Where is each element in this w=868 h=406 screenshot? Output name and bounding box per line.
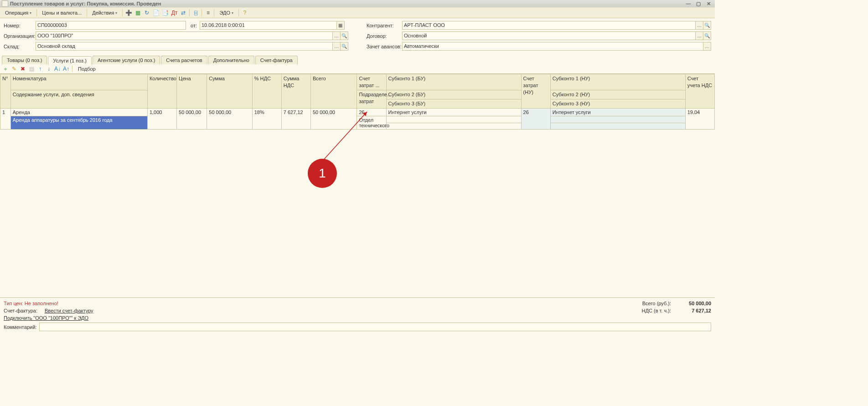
org-input[interactable]: ООО "100ПРО" <box>36 31 333 40</box>
tree-icon[interactable]: ⌸ <box>191 9 200 17</box>
hdr-sub3bu[interactable]: Субконто 3 (БУ) <box>386 99 521 109</box>
cell-sub2bu[interactable] <box>386 116 521 123</box>
tab-extra[interactable]: Дополнительно <box>208 56 254 64</box>
hdr-vatacc[interactable]: Счет учета НДС <box>685 74 714 109</box>
hdr-sub3nu[interactable]: Субконто 3 (НУ) <box>550 99 685 109</box>
hdr-sum[interactable]: Сумма <box>207 74 252 109</box>
cell-sub3bu[interactable] <box>386 123 521 130</box>
tab-settle[interactable]: Счета расчетов <box>161 56 207 64</box>
list-icon[interactable]: ≡ <box>204 9 212 17</box>
store-label: Склад: <box>4 44 36 49</box>
tab-invoice[interactable]: Счет-фактура <box>255 56 298 64</box>
hdr-n[interactable]: N° <box>0 74 11 109</box>
edit-row-icon[interactable]: ✎ <box>10 65 18 73</box>
hdr-sub2nu[interactable]: Субконто 2 (НУ) <box>550 90 685 99</box>
refresh-icon[interactable]: ↻ <box>143 9 151 17</box>
store-select-icon[interactable]: … <box>333 42 341 51</box>
contract-input[interactable]: Основной <box>402 31 696 40</box>
cell-total[interactable]: 50 000,00 <box>310 109 356 130</box>
sheet-icon[interactable]: ▦ <box>134 9 142 17</box>
cell-price[interactable]: 50 000,00 <box>177 109 207 130</box>
hdr-accbu-sub[interactable]: Подразделе... затрат <box>357 90 386 109</box>
contr-select-icon[interactable]: … <box>696 21 703 30</box>
hdr-price[interactable]: Цена <box>177 74 207 109</box>
hdr-sub1nu[interactable]: Субконто 1 (НУ) <box>550 74 685 90</box>
price-type-warning: Тип цен: Не заполнено! <box>4 301 58 306</box>
sort-asc-icon[interactable]: A↓ <box>54 65 61 73</box>
hdr-nomsub[interactable]: Содержание услуги, доп. сведения <box>10 90 147 109</box>
cell-n[interactable]: 1 <box>0 109 11 130</box>
comment-label: Комментарий: <box>4 324 39 330</box>
table-row[interactable]: 1 Аренда 1,000 50 000,00 50 000,00 18% 7… <box>0 109 715 116</box>
hdr-sub2bu[interactable]: Субконто 2 (БУ) <box>386 90 521 99</box>
hdr-sub1bu[interactable]: Субконто 1 (БУ) <box>386 74 521 90</box>
cell-sub1nu[interactable]: Интернет услуги <box>550 109 685 116</box>
prices-button[interactable]: Цены и валюта... <box>39 9 85 16</box>
contract-open-icon[interactable]: 🔍 <box>703 31 711 40</box>
help-icon[interactable]: ? <box>241 9 249 17</box>
store-open-icon[interactable]: 🔍 <box>341 42 348 51</box>
cell-nom[interactable]: Аренда <box>10 109 147 116</box>
delete-row-icon[interactable]: ✖ <box>19 65 26 73</box>
cell-vatsum[interactable]: 7 627,12 <box>281 109 310 130</box>
contr-input[interactable]: АРТ-ПЛАСТ ООО <box>402 21 696 30</box>
hdr-total[interactable]: Всего <box>310 74 356 109</box>
cell-accbu[interactable]: 26 <box>357 109 386 116</box>
copy-row-icon[interactable]: ▤ <box>28 65 35 73</box>
cell-sub2nu[interactable] <box>550 116 685 123</box>
cell-nomsub[interactable]: Аренда аппаратуры за сентябрь 2016 года <box>10 116 147 130</box>
date-input[interactable]: 10.06.2018 0:00:01 <box>200 21 337 30</box>
org-select-icon[interactable]: … <box>333 31 341 40</box>
cell-sub3nu[interactable] <box>550 123 685 130</box>
structure-icon[interactable]: ⇄ <box>179 9 187 17</box>
cell-dept[interactable]: Отдел технического <box>357 116 386 130</box>
advance-input[interactable]: Автоматически <box>402 42 703 51</box>
tab-services[interactable]: Услуги (1 поз.) <box>48 56 91 65</box>
close-button[interactable]: ✕ <box>704 0 713 7</box>
basedon-icon[interactable]: 📑 <box>161 9 169 17</box>
minimize-button[interactable]: — <box>684 0 693 7</box>
annotation-badge: 1 <box>308 159 337 188</box>
store-input[interactable]: Основной склад <box>36 42 333 51</box>
hdr-vatsum[interactable]: Сумма НДС <box>281 74 310 109</box>
services-grid[interactable]: N° Номенклатура Количество Цена Сумма % … <box>0 74 715 298</box>
move-up-icon[interactable]: ↑ <box>36 65 44 73</box>
org-label: Организация: <box>4 33 36 39</box>
org-open-icon[interactable]: 🔍 <box>341 31 348 40</box>
podbor-button[interactable]: Подбор <box>75 65 99 73</box>
contr-open-icon[interactable]: 🔍 <box>703 21 711 30</box>
sort-desc-icon[interactable]: A↑ <box>62 65 70 73</box>
connect-edo-link[interactable]: Подключить "ООО "100ПРО"" к ЭДО <box>4 315 88 321</box>
cell-qty[interactable]: 1,000 <box>147 109 176 130</box>
post-icon[interactable]: ➕ <box>124 9 133 17</box>
move-down-icon[interactable]: ↓ <box>45 65 52 73</box>
tab-goods[interactable]: Товары (0 поз.) <box>2 56 47 64</box>
dt-icon[interactable]: Дт <box>170 9 178 17</box>
hdr-qty[interactable]: Количество <box>147 74 176 109</box>
contract-select-icon[interactable]: … <box>696 31 703 40</box>
main-toolbar: Операция Цены и валюта... Действия ➕ ▦ ↻… <box>0 7 715 18</box>
table-row[interactable]: Аренда аппаратуры за сентябрь 2016 года … <box>0 116 715 123</box>
tab-agent[interactable]: Агентские услуги (0 поз.) <box>93 56 160 64</box>
hdr-vatpct[interactable]: % НДС <box>252 74 281 109</box>
enter-invoice-link[interactable]: Ввести счет-фактуру <box>45 308 93 313</box>
cell-sub1bu[interactable]: Интернет услуги <box>386 109 521 116</box>
advance-select-icon[interactable]: … <box>703 42 711 51</box>
copy-icon[interactable]: 📄 <box>152 9 160 17</box>
tab-strip: Товары (0 поз.) Услуги (1 поз.) Агентски… <box>0 54 715 64</box>
hdr-nom[interactable]: Номенклатура <box>10 74 147 90</box>
actions-menu[interactable]: Действия <box>89 9 120 16</box>
cell-vatpct[interactable]: 18% <box>252 109 281 130</box>
add-row-icon[interactable]: ＋ <box>2 65 9 73</box>
calendar-icon[interactable]: ▦ <box>337 21 345 30</box>
hdr-accnu[interactable]: Счет затрат (НУ) <box>521 74 550 109</box>
operation-menu[interactable]: Операция <box>2 9 35 16</box>
hdr-accbu[interactable]: Счет затрат ... <box>357 74 386 90</box>
edo-menu[interactable]: ЭДО <box>216 9 237 16</box>
number-input[interactable]: СП00000003 <box>36 21 186 30</box>
cell-accnu[interactable]: 26 <box>521 109 550 130</box>
cell-sum[interactable]: 50 000,00 <box>207 109 252 130</box>
comment-input[interactable] <box>39 323 711 331</box>
maximize-button[interactable]: ▢ <box>694 0 703 7</box>
cell-vatacc[interactable]: 19.04 <box>685 109 714 130</box>
